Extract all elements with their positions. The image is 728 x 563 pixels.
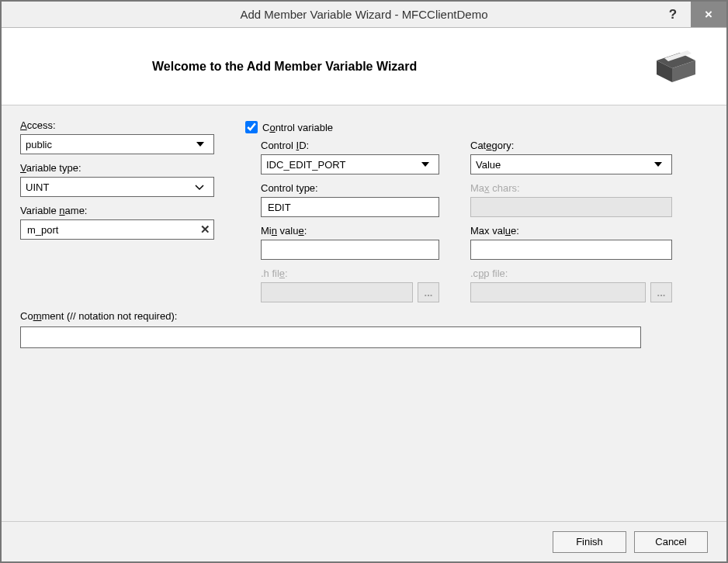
variable-name-input[interactable]: ✕: [20, 219, 214, 240]
finish-button[interactable]: Finish: [553, 531, 626, 553]
max-chars-input: [470, 197, 672, 217]
control-type-label: Control type:: [261, 182, 439, 194]
max-value-input[interactable]: [470, 240, 672, 260]
comment-input[interactable]: [20, 326, 641, 348]
h-file-browse-button: ...: [418, 282, 439, 302]
access-combo[interactable]: public: [20, 134, 214, 154]
svg-marker-5: [421, 162, 429, 167]
variable-type-combo[interactable]: UINT: [20, 177, 214, 197]
comment-label: Comment (// notation not required):: [20, 310, 708, 322]
control-variable-label: Control variable: [262, 122, 333, 133]
control-variable-checkbox[interactable]: [245, 121, 258, 133]
category-label: Category:: [470, 140, 672, 151]
clear-icon[interactable]: ✕: [200, 223, 210, 237]
access-value: public: [26, 139, 52, 150]
h-file-field: [266, 283, 407, 302]
control-id-combo[interactable]: IDC_EDIT_PORT: [261, 154, 439, 174]
footer: Finish Cancel: [2, 521, 726, 561]
column-right: Category: Value Max chars: Max value: .c…: [470, 119, 672, 302]
min-value-input[interactable]: [261, 240, 439, 260]
column-middle: Control variable Control ID: IDC_EDIT_PO…: [245, 119, 439, 302]
max-chars-label: Max chars:: [470, 182, 672, 194]
max-chars-field: [476, 198, 667, 216]
variable-name-field[interactable]: [26, 220, 193, 239]
close-button[interactable]: ×: [691, 2, 726, 27]
svg-marker-4: [196, 142, 204, 147]
chevron-down-icon: [195, 140, 209, 148]
cpp-file-label: .cpp file:: [470, 268, 672, 279]
category-value: Value: [476, 159, 501, 171]
cpp-file-input: [470, 282, 646, 302]
titlebar-buttons: ? ×: [655, 2, 726, 27]
control-type-input[interactable]: [261, 197, 439, 217]
control-variable-row: Control variable: [245, 121, 439, 133]
help-button[interactable]: ?: [655, 2, 691, 27]
cpp-file-field: [476, 283, 640, 302]
cancel-button[interactable]: Cancel: [634, 531, 708, 553]
h-file-label: .h file:: [261, 268, 439, 279]
column-left: Access: public Variable type: UINT Varia…: [20, 119, 214, 302]
header: Welcome to the Add Member Variable Wizar…: [2, 28, 726, 105]
category-combo[interactable]: Value: [470, 154, 672, 174]
titlebar: Add Member Variable Wizard - MFCClientDe…: [2, 2, 726, 28]
control-id-label: Control ID:: [261, 140, 439, 151]
min-value-field[interactable]: [266, 240, 434, 259]
chevron-down-icon: [653, 161, 667, 168]
access-label: Access:: [20, 119, 214, 131]
control-type-field: [266, 198, 434, 216]
box-icon: [649, 45, 703, 89]
h-file-input: [261, 282, 413, 302]
comment-field[interactable]: [21, 327, 640, 347]
header-title: Welcome to the Add Member Variable Wizar…: [152, 60, 417, 74]
control-id-value: IDC_EDIT_PORT: [266, 159, 345, 171]
body: Access: public Variable type: UINT Varia…: [2, 105, 726, 521]
svg-marker-6: [654, 162, 662, 167]
wizard-window: Add Member Variable Wizard - MFCClientDe…: [0, 0, 728, 563]
cpp-file-browse-button: ...: [650, 282, 672, 302]
variable-type-value: UINT: [26, 181, 49, 193]
max-value-field[interactable]: [476, 240, 667, 259]
max-value-label: Max value:: [470, 225, 672, 237]
min-value-label: Min value:: [261, 225, 439, 237]
chevron-down-icon: [420, 161, 434, 168]
variable-type-label: Variable type:: [20, 162, 214, 174]
window-title: Add Member Variable Wizard - MFCClientDe…: [2, 8, 726, 21]
variable-name-label: Variable name:: [20, 205, 214, 216]
chevron-down-icon: [195, 184, 209, 191]
